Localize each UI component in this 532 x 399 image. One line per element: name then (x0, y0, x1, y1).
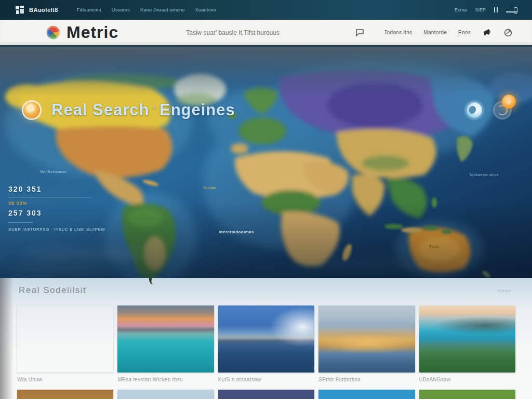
searchbar-right: Todans.ltns Mantorde Enos (355, 28, 513, 37)
top-navigation-bar: BAuolelt8 Fittsamcnu Ussaros Kaou Jnuaet… (0, 0, 532, 20)
topbar-brand-label: BAuolelt8 (29, 7, 58, 13)
topbar-nav: Fittsamcnu Ussaros Kaou Jnuaet-amcnu Xua… (77, 7, 216, 12)
topbar-link-4[interactable]: Xuaetovo (195, 7, 216, 12)
left-edge-shade (0, 278, 14, 399)
title-superscript: ª (153, 105, 156, 112)
page-title: Real SearchªEngeines (51, 101, 235, 119)
stat-footnote: SUBR /ASTURPSG · IYSUC B LNEI SL/IPEW (8, 227, 105, 232)
gallery-thumbnail-night-city[interactable] (17, 390, 113, 399)
topbar-link-1[interactable]: Fittsamcnu (77, 7, 101, 12)
gallery-view-link[interactable]: Viewe (497, 288, 511, 293)
topbar-brand[interactable]: BAuolelt8 (16, 6, 58, 15)
gallery-heading: Real Sodelilsit (19, 285, 86, 296)
map-label-ocean-west: Nuvate (204, 186, 217, 190)
hero-header: Real SearchªEngeines (23, 101, 510, 119)
stat-divider (8, 197, 91, 197)
map-badge-marker[interactable]: e (502, 95, 516, 109)
caption-1: Wta Ubuw (17, 377, 113, 382)
caption-4: SEthtr Futtbtrbos (318, 377, 415, 382)
metric-brand-label: Metric (66, 23, 118, 42)
search-bar: Metric Todans.ltns Mantorde Enos (0, 20, 532, 47)
gallery-thumbnail-sunset-city[interactable] (17, 305, 113, 373)
stat-substat: 38 33% (8, 201, 105, 206)
stat-divider-2 (8, 222, 33, 223)
gallery-thumbnail-turquoise-coast[interactable] (419, 305, 515, 373)
topbar-right: Ecrna SIEP (455, 7, 517, 12)
topbar-right-link-1[interactable]: Ecrna (455, 7, 467, 12)
topbar-link-3[interactable]: Kaou Jnuaet-amcnu (140, 7, 185, 12)
topbar-link-2[interactable]: Ussaros (112, 7, 130, 12)
searchbar-link-2[interactable]: Mantorde (423, 30, 447, 35)
gallery-thumbnail-pale-mountains[interactable] (117, 390, 214, 399)
megaphone-icon[interactable] (482, 28, 492, 37)
gallery-thumbnail-blue-skyline[interactable] (218, 305, 314, 373)
caption-5: UBsANGsaw (419, 377, 515, 382)
gallery-header: Real Sodelilsit Viewe (19, 285, 511, 296)
gallery-thumbnail-green-field[interactable] (419, 390, 515, 399)
gallery-section: Real Sodelilsit Viewe Wta Ubuw MEsa tevs… (0, 278, 532, 399)
caption-3: KutS n ntsaatsaw (218, 377, 314, 382)
flag-icon[interactable] (355, 29, 364, 36)
gallery-row-1 (17, 305, 515, 373)
globe-icon[interactable] (467, 102, 482, 118)
topbar-right-link-2[interactable]: SIEP (475, 7, 486, 12)
gallery-thumbnail-dusk-harbor[interactable] (318, 305, 415, 373)
search-input[interactable] (186, 29, 342, 36)
grid-logo-icon (16, 6, 24, 15)
stat-value-1: 320 351 (8, 185, 105, 193)
searchbar-link-3[interactable]: Enos (458, 30, 471, 35)
map-label-atlantic-north: Me/IBakusmas (40, 170, 66, 174)
metric-logo-icon[interactable] (47, 26, 60, 39)
caption-2: MEsa tevstan Wtcken tbsu (117, 377, 214, 382)
world-map-hero: Real SearchªEngeines 320 351 38 33% 257 … (0, 47, 532, 278)
gallery-thumbnail-bright-water[interactable] (318, 390, 415, 399)
map-stats-panel: 320 351 38 33% 257 303 SUBR /ASTURPSG · … (8, 185, 105, 232)
map-label-atlantic-south: Mereraldooimas (219, 230, 254, 234)
gallery-thumbnail-dark-blue[interactable] (218, 390, 314, 399)
gallery-captions: Wta Ubuw MEsa tevstan Wtcken tbsu KutS n… (17, 377, 515, 382)
reach-icon[interactable] (503, 28, 513, 37)
sun-orb-icon[interactable] (23, 102, 40, 118)
gallery-thumbnail-teal-bay[interactable] (117, 305, 214, 373)
world-map-image (0, 47, 532, 278)
map-label-pacific: Todkweew oinos (469, 173, 499, 177)
toggle-icon[interactable] (506, 7, 517, 12)
boundary-marker-icon (143, 278, 159, 287)
map-label-australia: Teds (429, 244, 440, 249)
stat-value-2: 257 303 (8, 209, 105, 217)
searchbar-link-1[interactable]: Todans.ltns (384, 30, 412, 35)
pause-icon[interactable] (494, 7, 498, 12)
gallery-row-2 (17, 390, 515, 399)
